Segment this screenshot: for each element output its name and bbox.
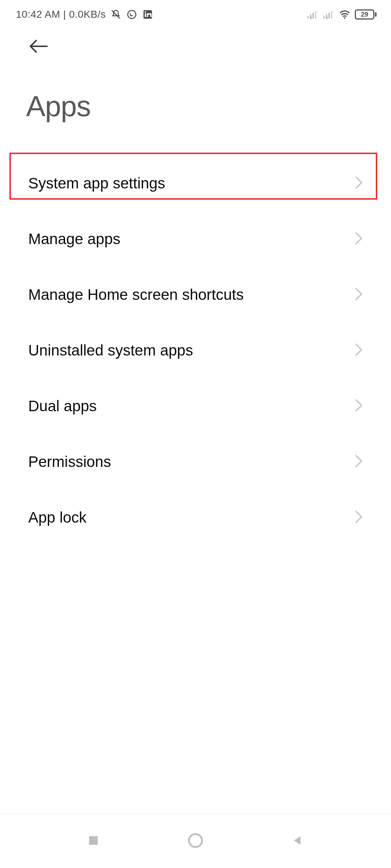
settings-list: System app settings Manage apps Manage H… bbox=[0, 123, 391, 545]
nav-home-icon[interactable] bbox=[186, 831, 205, 851]
chevron-right-icon bbox=[355, 288, 363, 302]
nav-recent-icon[interactable] bbox=[86, 833, 101, 849]
chevron-right-icon bbox=[355, 176, 363, 191]
whatsapp-icon bbox=[126, 9, 138, 20]
svg-rect-3 bbox=[145, 13, 146, 17]
row-label: Uninstalled system apps bbox=[28, 342, 193, 359]
row-label: System app settings bbox=[28, 175, 165, 192]
row-manage-home-shortcuts[interactable]: Manage Home screen shortcuts bbox=[0, 267, 391, 323]
row-label: Manage Home screen shortcuts bbox=[28, 286, 244, 303]
battery-icon: 29 bbox=[355, 9, 377, 20]
svg-rect-12 bbox=[328, 13, 330, 18]
row-label: App lock bbox=[28, 509, 87, 526]
svg-rect-5 bbox=[307, 16, 309, 18]
svg-point-1 bbox=[128, 10, 136, 19]
svg-rect-10 bbox=[323, 16, 325, 18]
row-permissions[interactable]: Permissions bbox=[0, 434, 391, 490]
svg-point-4 bbox=[145, 11, 146, 13]
page-title: Apps bbox=[0, 56, 391, 123]
svg-rect-13 bbox=[331, 11, 332, 18]
svg-rect-7 bbox=[312, 13, 314, 18]
chevron-right-icon bbox=[355, 510, 363, 525]
status-right: x x 29 bbox=[307, 9, 377, 20]
row-uninstalled-system-apps[interactable]: Uninstalled system apps bbox=[0, 323, 391, 378]
row-label: Manage apps bbox=[28, 230, 121, 248]
svg-text:x: x bbox=[310, 16, 312, 19]
svg-rect-17 bbox=[89, 836, 98, 845]
status-left: 10:42 AM | 0.0KB/s bbox=[16, 9, 154, 20]
row-manage-apps[interactable]: Manage apps bbox=[0, 211, 391, 267]
row-label: Dual apps bbox=[28, 397, 97, 415]
row-app-lock[interactable]: App lock bbox=[0, 490, 391, 545]
row-system-app-settings[interactable]: System app settings bbox=[0, 156, 391, 211]
svg-line-0 bbox=[112, 10, 120, 19]
svg-point-18 bbox=[189, 834, 202, 847]
svg-point-15 bbox=[344, 17, 345, 19]
row-dual-apps[interactable]: Dual apps bbox=[0, 378, 391, 434]
dnd-mute-icon bbox=[110, 9, 122, 20]
svg-rect-8 bbox=[315, 11, 316, 18]
svg-text:x: x bbox=[326, 16, 328, 19]
android-nav-bar bbox=[0, 814, 391, 868]
nav-back-icon[interactable] bbox=[290, 833, 305, 849]
linkedin-icon bbox=[142, 9, 154, 20]
battery-percent: 29 bbox=[355, 9, 374, 20]
svg-marker-19 bbox=[294, 836, 300, 845]
back-button[interactable] bbox=[0, 24, 391, 56]
chevron-right-icon bbox=[355, 399, 363, 413]
signal-sim2-icon: x bbox=[323, 9, 335, 20]
status-bar: 10:42 AM | 0.0KB/s bbox=[0, 0, 391, 24]
wifi-icon bbox=[339, 9, 350, 20]
chevron-right-icon bbox=[355, 455, 363, 469]
chevron-right-icon bbox=[355, 343, 363, 358]
chevron-right-icon bbox=[355, 232, 363, 246]
row-label: Permissions bbox=[28, 453, 111, 471]
signal-sim1-icon: x bbox=[307, 9, 319, 20]
status-time-net: 10:42 AM | 0.0KB/s bbox=[16, 9, 106, 20]
